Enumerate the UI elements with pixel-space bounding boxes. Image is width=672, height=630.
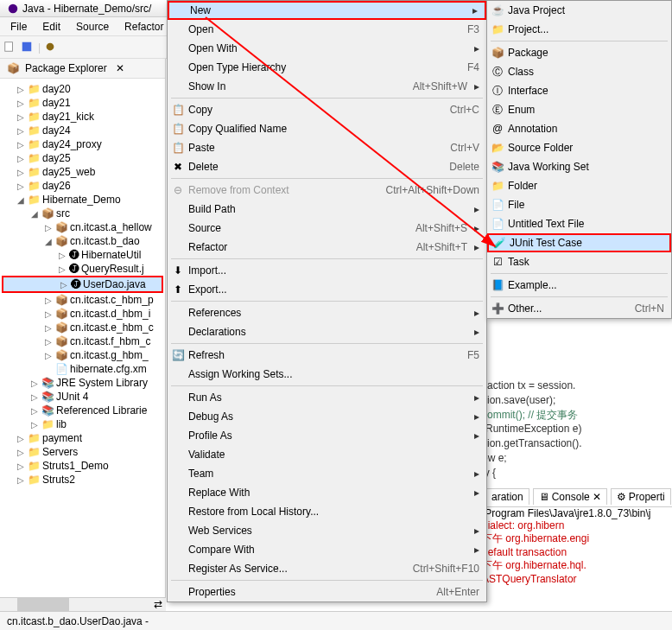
ctx-web-services[interactable]: Web Services▸ bbox=[168, 521, 486, 540]
tree-item-servers[interactable]: ▷📁Servers bbox=[2, 445, 163, 459]
caret-icon[interactable]: ▷ bbox=[16, 168, 26, 177]
ctx-copy[interactable]: 📋CopyCtrl+C bbox=[168, 100, 486, 119]
ctx-restore-from-local-history---[interactable]: Restore from Local History... bbox=[168, 502, 486, 521]
ctx-show-in[interactable]: Show InAlt+Shift+W▸ bbox=[168, 77, 486, 96]
new-icon[interactable] bbox=[3, 41, 17, 54]
caret-icon[interactable]: ▷ bbox=[59, 280, 69, 290]
tree-item-cn-itcast-b-dao[interactable]: ◢📦cn.itcast.b_dao bbox=[2, 234, 163, 248]
ctx-replace-with[interactable]: Replace With▸ bbox=[168, 483, 486, 502]
tree-item-cn-itcast-c-hbm-p[interactable]: ▷📦cn.itcast.c_hbm_p bbox=[2, 293, 163, 307]
sub-java-project[interactable]: ☕Java Project bbox=[487, 1, 671, 20]
sub-interface[interactable]: ⒾInterface bbox=[487, 81, 671, 100]
ctx-declarations[interactable]: Declarations▸ bbox=[168, 322, 486, 341]
caret-icon[interactable]: ▷ bbox=[43, 223, 54, 232]
caret-icon[interactable]: ▷ bbox=[29, 420, 40, 430]
ctx-run-as[interactable]: Run As▸ bbox=[168, 388, 486, 407]
caret-icon[interactable]: ▷ bbox=[43, 351, 54, 360]
tree-item-day25-web[interactable]: ▷📁day25_web bbox=[2, 165, 163, 179]
ctx-register-as-service---[interactable]: Register As Service...Ctrl+Shift+F10 bbox=[168, 559, 486, 578]
tree-item-day26[interactable]: ▷📁day26 bbox=[2, 179, 163, 193]
caret-icon[interactable]: ▷ bbox=[16, 181, 26, 191]
project-tree[interactable]: ▷📁day20▷📁day21▷📁day21_kick▷📁day24▷📁day24… bbox=[0, 79, 165, 611]
ctx-delete[interactable]: ✖DeleteDelete bbox=[168, 157, 486, 176]
sub-file[interactable]: 📄File bbox=[487, 195, 671, 214]
sub-java-working-set[interactable]: 📚Java Working Set bbox=[487, 157, 671, 176]
caret-icon[interactable]: ▷ bbox=[16, 99, 26, 108]
ctx-compare-with[interactable]: Compare With▸ bbox=[168, 540, 486, 559]
tree-item-queryresult-j[interactable]: ▷🅙QueryResult.j bbox=[2, 262, 163, 276]
ctx-profile-as[interactable]: Profile As▸ bbox=[168, 426, 486, 445]
caret-icon[interactable]: ▷ bbox=[16, 126, 26, 136]
ctx-new[interactable]: New▸ bbox=[168, 1, 486, 20]
tree-item-payment[interactable]: ▷📁payment bbox=[2, 431, 163, 445]
tree-item-referenced-librarie[interactable]: ▷📚Referenced Librarie bbox=[2, 404, 163, 417]
caret-icon[interactable]: ▷ bbox=[16, 448, 26, 457]
caret-icon[interactable]: ▷ bbox=[57, 264, 67, 274]
caret-icon[interactable]: ◢ bbox=[43, 237, 54, 246]
tree-item-lib[interactable]: ▷📁lib bbox=[2, 417, 163, 431]
tree-item-day21-kick[interactable]: ▷📁day21_kick bbox=[2, 110, 163, 124]
tree-item-struts2[interactable]: ▷📁Struts2 bbox=[2, 473, 163, 487]
ctx-validate[interactable]: Validate bbox=[168, 445, 486, 464]
tree-item-cn-itcast-d-hbm-i[interactable]: ▷📦cn.itcast.d_hbm_i bbox=[2, 307, 163, 321]
sub-example---[interactable]: 📘Example... bbox=[487, 276, 671, 295]
sub-folder[interactable]: 📁Folder bbox=[487, 176, 671, 195]
console-tab-properti[interactable]: ⚙Properti bbox=[611, 488, 671, 505]
ctx-debug-as[interactable]: Debug As▸ bbox=[168, 407, 486, 426]
tree-item-hibernate-cfg-xm[interactable]: 📄hibernate.cfg.xm bbox=[2, 362, 163, 376]
menu-refactor[interactable]: Refactor bbox=[117, 19, 170, 34]
ctx-references[interactable]: References▸ bbox=[168, 303, 486, 322]
menu-file[interactable]: File bbox=[3, 19, 34, 34]
console-tab-aration[interactable]: aration bbox=[485, 488, 529, 505]
tree-item-hibernate-demo[interactable]: ◢📁Hibernate_Demo bbox=[2, 193, 163, 207]
ctx-import---[interactable]: ⬇Import... bbox=[168, 261, 486, 280]
tree-item-day24[interactable]: ▷📁day24 bbox=[2, 124, 163, 137]
tree-item-struts1-demo[interactable]: ▷📁Struts1_Demo bbox=[2, 459, 163, 473]
caret-icon[interactable]: ▷ bbox=[43, 323, 54, 333]
ctx-open[interactable]: OpenF3 bbox=[168, 20, 486, 39]
tree-item-cn-itcast-a-hellow[interactable]: ▷📦cn.itcast.a_hellow bbox=[2, 220, 163, 234]
console-tab-console[interactable]: 🖥Console ✕ bbox=[533, 488, 607, 505]
caret-icon[interactable]: ▷ bbox=[29, 379, 40, 388]
tree-item-day25[interactable]: ▷📁day25 bbox=[2, 151, 163, 165]
caret-icon[interactable]: ▷ bbox=[16, 85, 26, 94]
caret-icon[interactable]: ▷ bbox=[57, 251, 67, 260]
context-menu[interactable]: New▸OpenF3Open With▸Open Type HierarchyF… bbox=[167, 0, 487, 602]
sub-other---[interactable]: ➕Other...Ctrl+N bbox=[487, 299, 671, 318]
caret-icon[interactable]: ▷ bbox=[16, 461, 26, 471]
caret-icon[interactable]: ◢ bbox=[16, 195, 26, 205]
tree-item-cn-itcast-f-hbm-c[interactable]: ▷📦cn.itcast.f_hbm_c bbox=[2, 334, 163, 348]
ctx-build-path[interactable]: Build Path▸ bbox=[168, 200, 486, 219]
caret-icon[interactable]: ▷ bbox=[43, 296, 54, 305]
caret-icon[interactable]: ▷ bbox=[43, 337, 54, 347]
caret-icon[interactable]: ▷ bbox=[29, 406, 40, 416]
close-icon[interactable]: ✕ bbox=[116, 62, 124, 74]
sub-junit-test-case[interactable]: 🧪JUnit Test Case bbox=[487, 233, 671, 252]
sub-source-folder[interactable]: 📂Source Folder bbox=[487, 138, 671, 157]
caret-icon[interactable]: ▷ bbox=[16, 434, 26, 443]
tree-item-userdao-java[interactable]: ▷🅙UserDao.java bbox=[2, 276, 163, 293]
scroll-thumb[interactable] bbox=[17, 598, 69, 611]
sub-untitled-text-file[interactable]: 📄Untitled Text File bbox=[487, 214, 671, 233]
caret-icon[interactable]: ▷ bbox=[16, 475, 26, 485]
tree-item-day24-proxy[interactable]: ▷📁day24_proxy bbox=[2, 137, 163, 151]
new-submenu[interactable]: ☕Java Project📁Project...📦PackageⒸClassⒾI… bbox=[486, 0, 672, 319]
console-tabs[interactable]: aration🖥Console ✕⚙Properti bbox=[482, 487, 672, 507]
ctx-open-type-hierarchy[interactable]: Open Type HierarchyF4 bbox=[168, 58, 486, 77]
tree-item-cn-itcast-e-hbm-c[interactable]: ▷📦cn.itcast.e_hbm_c bbox=[2, 321, 163, 334]
debug-icon[interactable] bbox=[44, 41, 58, 54]
tree-item-day20[interactable]: ▷📁day20 bbox=[2, 82, 163, 96]
tree-item-cn-itcast-g-hbm-[interactable]: ▷📦cn.itcast.g_hbm_ bbox=[2, 348, 163, 362]
tree-item-src[interactable]: ◢📦src bbox=[2, 207, 163, 220]
caret-icon[interactable]: ▷ bbox=[16, 112, 26, 122]
caret-icon[interactable]: ▷ bbox=[43, 309, 54, 319]
ctx-refresh[interactable]: 🔄RefreshF5 bbox=[168, 346, 486, 365]
sub-task[interactable]: ☑Task bbox=[487, 252, 671, 271]
caret-icon[interactable]: ▷ bbox=[16, 154, 26, 163]
link-editor-icon[interactable]: ⇄ bbox=[150, 598, 166, 611]
tree-item-jre-system-library[interactable]: ▷📚JRE System Library bbox=[2, 376, 163, 390]
ctx-properties[interactable]: PropertiesAlt+Enter bbox=[168, 582, 486, 601]
sub-class[interactable]: ⒸClass bbox=[487, 62, 671, 81]
save-icon[interactable] bbox=[21, 41, 35, 54]
sub-enum[interactable]: ⒺEnum bbox=[487, 100, 671, 119]
